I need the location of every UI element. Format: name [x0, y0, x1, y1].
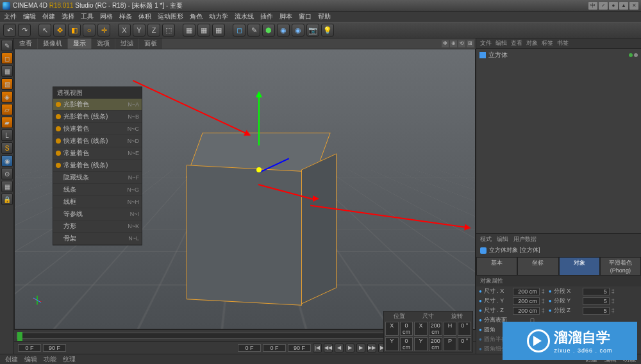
attr-tab[interactable]: 编辑 — [497, 235, 508, 244]
bottom-tab[interactable]: 编辑 — [24, 355, 37, 364]
deformer[interactable]: ◉ — [277, 24, 290, 37]
vp-tab-panel[interactable]: 面板 — [139, 38, 162, 49]
generator[interactable]: ⬢ — [262, 24, 275, 37]
frame-start[interactable]: 0 F — [18, 344, 41, 352]
axis-mode[interactable]: L — [1, 129, 13, 141]
spline-tool[interactable]: ✎ — [247, 24, 260, 37]
menu-item-isoparm[interactable]: 等参线N~I — [53, 208, 142, 220]
vp-nav-icon[interactable]: ✥ — [442, 40, 449, 47]
menu-mesh[interactable]: 网格 — [100, 12, 113, 21]
scale-tool[interactable]: ◧ — [68, 24, 81, 37]
model-mode[interactable]: ◻ — [1, 53, 13, 64]
play-button[interactable]: ▶ — [345, 343, 354, 352]
axis-z[interactable]: Z — [147, 24, 160, 37]
menu-item-quick-lines[interactable]: 快速着色 (线条)N~D — [53, 135, 142, 147]
close-icon[interactable]: ✕ — [629, 2, 638, 10]
vp-tab-view[interactable]: 查看 — [14, 38, 37, 49]
goto-start[interactable]: |◀ — [313, 343, 322, 352]
vp-max-icon[interactable]: ⊞ — [467, 40, 474, 47]
attr-tab-object[interactable]: 对象 — [559, 257, 600, 276]
frame-current[interactable]: 0 F — [263, 344, 286, 352]
vp-tab-filter[interactable]: 过滤 — [115, 38, 138, 49]
point-mode[interactable]: ◈ — [1, 91, 13, 103]
menu-item-lines[interactable]: 线条N~G — [53, 184, 142, 196]
snap-toggle[interactable]: S — [1, 142, 13, 154]
menu-file[interactable]: 文件 — [4, 12, 17, 21]
object-manager[interactable]: 立方体 — [476, 48, 641, 233]
menu-create[interactable]: 创建 — [42, 12, 55, 21]
attr-tab[interactable]: 模式 — [480, 235, 492, 244]
make-editable[interactable]: ✎ — [1, 40, 13, 51]
menu-item-box[interactable]: 方形N~K — [53, 220, 142, 233]
timeline-marker[interactable] — [17, 332, 22, 341]
environment[interactable]: ◉ — [292, 24, 304, 37]
vp-tab-camera[interactable]: 摄像机 — [38, 38, 67, 49]
texture-mode[interactable]: ▦ — [1, 65, 13, 77]
menu-help[interactable]: 帮助 — [318, 12, 331, 21]
attr-tab-phong[interactable]: 平滑着色(Phong) — [600, 257, 641, 276]
move-tool[interactable]: ✥ — [53, 24, 66, 37]
vp-tab-display[interactable]: 显示 — [68, 38, 91, 49]
menu-item-constant[interactable]: 常量着色N~E — [53, 147, 142, 160]
prev-key[interactable]: ◀◀ — [324, 343, 333, 352]
prev-frame[interactable]: ◀ — [335, 343, 344, 352]
cube-primitive[interactable]: ◻ — [233, 24, 246, 37]
light-tool[interactable]: 💡 — [321, 24, 334, 37]
menu-tools[interactable]: 工具 — [81, 12, 94, 21]
menu-item-hidden-line[interactable]: 隐藏线条N~F — [53, 172, 142, 184]
menu-pipeline[interactable]: 流水线 — [235, 12, 254, 21]
rp-tab[interactable]: 编辑 — [495, 39, 507, 47]
render-region[interactable]: ▦ — [197, 24, 210, 37]
rotate-tool[interactable]: ○ — [83, 24, 96, 37]
rp-tab[interactable]: 标签 — [542, 39, 553, 47]
select-tool[interactable]: ↖ — [38, 24, 51, 37]
bottom-tab[interactable]: 功能 — [44, 355, 56, 364]
axis-y[interactable]: Y — [133, 24, 146, 37]
seg-y-input[interactable]: 5 — [583, 297, 610, 305]
axis-x[interactable]: X — [118, 24, 131, 37]
workplane[interactable]: ◉ — [1, 155, 13, 167]
bottom-tab[interactable]: 纹理 — [63, 355, 76, 364]
redo-button[interactable]: ↷ — [18, 24, 31, 37]
render-view[interactable]: ▦ — [183, 24, 196, 37]
size-x-input[interactable]: 200 cm — [513, 288, 540, 295]
lock-icon[interactable]: 🔒 — [1, 194, 13, 205]
vp-tab-options[interactable]: 选项 — [92, 38, 115, 49]
object-mode[interactable]: ▧ — [1, 78, 13, 90]
ime-indicator[interactable]: 中 — [588, 2, 597, 10]
coord-cell[interactable]: X — [385, 322, 399, 336]
menu-window[interactable]: 窗口 — [299, 12, 312, 21]
coord-system[interactable]: ⬚ — [162, 24, 175, 37]
attr-tab-coord[interactable]: 坐标 — [517, 257, 558, 276]
menu-volume[interactable]: 体积 — [138, 12, 151, 21]
edge-mode[interactable]: ▱ — [1, 104, 13, 115]
viewport-solo[interactable]: ⊙ — [1, 168, 13, 179]
vp-zoom-icon[interactable]: ⊕ — [450, 40, 457, 47]
vp-rotate-icon[interactable]: ⟲ — [458, 40, 465, 47]
last-tool[interactable]: ✛ — [97, 24, 110, 37]
poly-mode[interactable]: ▰ — [1, 117, 13, 128]
menu-plugins[interactable]: 插件 — [260, 12, 273, 21]
menu-dynamics[interactable]: 动力学 — [209, 12, 228, 21]
snap-settings[interactable]: ▦ — [1, 181, 13, 192]
hierarchy-item-cube[interactable]: 立方体 — [478, 50, 640, 60]
menu-mograph[interactable]: 运动图形 — [158, 12, 183, 21]
menu-item-quick[interactable]: 快速着色N~C — [53, 123, 142, 135]
rp-tab[interactable]: 查看 — [511, 39, 522, 47]
menu-item-wireframe[interactable]: 线框N~H — [53, 196, 142, 208]
menu-spline[interactable]: 样条 — [119, 12, 132, 21]
menu-item-gouraud-lines[interactable]: 光影着色 (线条)N~B — [53, 111, 142, 123]
seg-x-input[interactable]: 5 — [583, 288, 610, 295]
attr-tab-basic[interactable]: 基本 — [476, 257, 517, 276]
seg-z-input[interactable]: 5 — [583, 307, 610, 315]
rp-tab[interactable]: 书签 — [557, 39, 569, 47]
rp-tab[interactable]: 文件 — [480, 39, 492, 47]
attr-tab[interactable]: 用户数据 — [513, 235, 537, 244]
size-z-input[interactable]: 200 cm — [513, 307, 540, 315]
rp-tab[interactable]: 对象 — [526, 39, 538, 47]
menu-edit[interactable]: 编辑 — [23, 12, 36, 21]
next-frame[interactable]: ▶ — [356, 343, 365, 352]
next-key[interactable]: ▶▶ — [367, 343, 376, 352]
frame-end[interactable]: 90 F — [43, 344, 66, 352]
render-settings[interactable]: ▦ — [212, 24, 225, 37]
